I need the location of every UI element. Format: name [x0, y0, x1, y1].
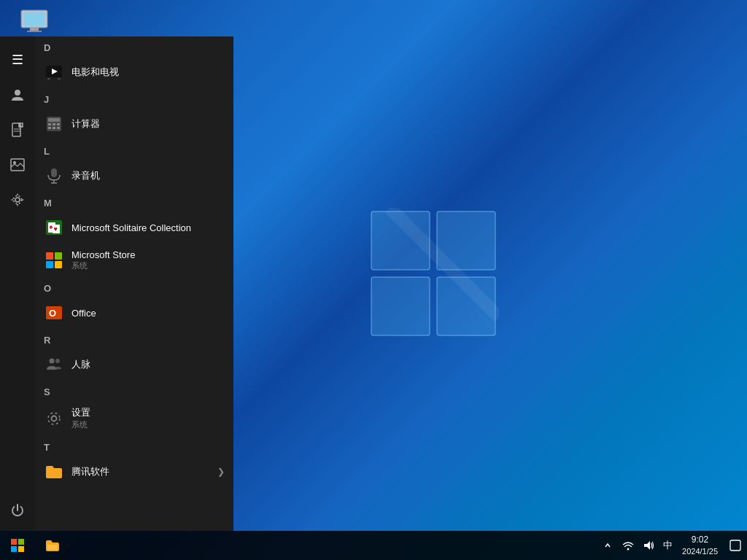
taskbar-file-explorer[interactable] — [35, 531, 70, 560]
people-label: 人脉 — [71, 358, 90, 371]
svg-text:♥: ♥ — [54, 225, 58, 233]
svg-rect-40 — [46, 261, 53, 268]
sidebar: ☰ — [0, 36, 35, 531]
settings-app-icon — [44, 408, 64, 429]
svg-point-44 — [50, 359, 55, 364]
this-pc-img — [20, 9, 49, 35]
svg-rect-20 — [47, 78, 50, 79]
svg-rect-8 — [27, 31, 42, 32]
app-list: D 电影和电视 J — [35, 36, 233, 531]
folder-tencent[interactable]: 腾讯软件 ❯ — [35, 456, 233, 488]
notification-button[interactable] — [724, 531, 747, 560]
hamburger-button[interactable]: ☰ — [0, 42, 35, 77]
svg-rect-41 — [55, 261, 62, 268]
calculator-label: 计算器 — [71, 117, 100, 131]
svg-point-16 — [15, 198, 20, 202]
sidebar-item-document[interactable] — [0, 112, 35, 147]
app-solitaire[interactable]: ♠ ♥ Microsoft Solitaire Collection — [35, 211, 233, 244]
solitaire-icon: ♠ ♥ — [44, 217, 64, 238]
svg-rect-50 — [11, 546, 17, 552]
svg-marker-54 — [644, 541, 650, 550]
desktop: 此电脑 ☰ — [0, 0, 747, 560]
clock-date: 2024/1/25 — [682, 546, 718, 557]
recorder-label: 录音机 — [71, 169, 100, 182]
svg-rect-28 — [53, 127, 55, 129]
solitaire-label: Microsoft Solitaire Collection — [71, 222, 191, 233]
start-menu: ☰ — [0, 36, 233, 531]
svg-rect-30 — [51, 168, 57, 177]
svg-rect-25 — [53, 123, 55, 125]
svg-point-47 — [48, 413, 60, 424]
ms-store-label: Microsoft Store — [71, 249, 135, 260]
settings-label: 设置 — [71, 406, 90, 419]
app-ms-store[interactable]: Microsoft Store 系统 — [35, 244, 233, 277]
sidebar-item-user[interactable] — [0, 77, 35, 112]
people-icon — [44, 354, 64, 375]
svg-text:O: O — [49, 308, 56, 319]
windows-logo — [368, 208, 499, 339]
svg-rect-48 — [11, 539, 17, 545]
clock-time: 9:02 — [692, 534, 708, 546]
section-r: R — [35, 329, 233, 349]
app-recorder[interactable]: 录音机 — [35, 160, 233, 192]
ms-store-sub: 系统 — [71, 260, 135, 271]
svg-point-17 — [14, 196, 22, 204]
folder-tencent-label: 腾讯软件 — [71, 465, 109, 478]
svg-rect-24 — [48, 123, 51, 125]
svg-rect-49 — [18, 539, 24, 545]
folder-arrow-icon: ❯ — [217, 467, 225, 477]
svg-point-9 — [15, 90, 20, 96]
taskbar-right: 中 9:02 2024/1/25 — [597, 531, 747, 560]
svg-rect-51 — [18, 546, 24, 552]
settings-sub: 系统 — [71, 419, 90, 430]
svg-text:♠: ♠ — [50, 223, 53, 230]
svg-rect-26 — [57, 123, 60, 125]
taskbar: 中 9:02 2024/1/25 — [0, 531, 747, 560]
section-s: S — [35, 381, 233, 400]
svg-rect-21 — [58, 78, 61, 79]
sidebar-item-power[interactable] — [0, 493, 35, 528]
app-people[interactable]: 人脉 — [35, 349, 233, 381]
tray-network[interactable] — [618, 531, 638, 560]
app-movies-tv[interactable]: 电影和电视 — [35, 56, 233, 88]
svg-point-45 — [55, 359, 60, 363]
tray-chevron[interactable] — [597, 531, 618, 560]
svg-rect-38 — [46, 252, 53, 260]
movies-tv-icon — [44, 62, 64, 82]
sidebar-item-photos[interactable] — [0, 147, 35, 182]
calculator-icon — [44, 114, 64, 134]
svg-rect-23 — [48, 118, 60, 122]
section-d: D — [35, 36, 233, 56]
section-o: O — [35, 277, 233, 297]
ms-store-icon — [44, 250, 64, 271]
svg-rect-6 — [24, 12, 44, 26]
svg-point-46 — [52, 416, 57, 421]
svg-rect-2 — [371, 277, 430, 335]
svg-rect-39 — [55, 252, 62, 260]
section-t: T — [35, 436, 233, 456]
section-j: J — [35, 88, 233, 108]
svg-rect-27 — [48, 127, 51, 129]
office-icon: O — [44, 303, 64, 323]
svg-rect-55 — [730, 540, 740, 551]
section-m: M — [35, 192, 233, 211]
office-label: Office — [71, 308, 96, 319]
svg-rect-29 — [57, 127, 60, 129]
clock[interactable]: 9:02 2024/1/25 — [676, 531, 724, 560]
tray-volume[interactable] — [638, 531, 659, 560]
app-office[interactable]: O Office — [35, 297, 233, 329]
svg-point-53 — [627, 548, 630, 551]
sidebar-item-settings[interactable] — [0, 182, 35, 217]
start-button[interactable] — [0, 531, 35, 560]
svg-rect-7 — [30, 28, 39, 31]
tray-ime[interactable]: 中 — [659, 531, 676, 560]
recorder-icon — [44, 166, 64, 186]
app-calculator[interactable]: 计算器 — [35, 108, 233, 140]
section-l: L — [35, 140, 233, 160]
svg-rect-52 — [47, 545, 58, 550]
movies-tv-label: 电影和电视 — [71, 66, 119, 79]
folder-tencent-icon — [44, 462, 64, 482]
app-settings[interactable]: 设置 系统 — [35, 400, 233, 436]
